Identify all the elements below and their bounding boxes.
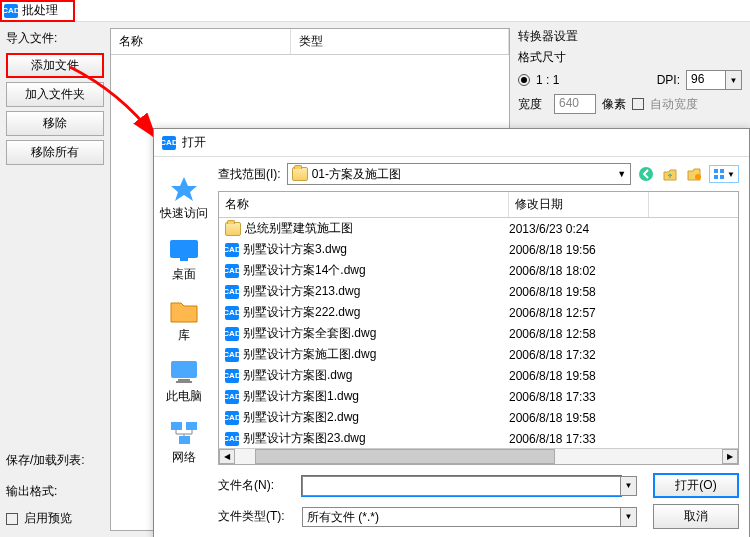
cad-icon: CAD	[225, 306, 239, 320]
file-row[interactable]: CAD别墅设计方案图23.dwg2006/8/18 17:33	[219, 428, 738, 448]
dpi-input[interactable]: 96	[686, 70, 726, 90]
dialog-icon: CAD	[162, 136, 176, 150]
filetype-label: 文件类型(T):	[218, 508, 294, 525]
file-name: 别墅设计方案图23.dwg	[243, 430, 366, 447]
file-date: 2006/8/18 17:32	[509, 348, 649, 362]
file-date: 2006/8/18 19:58	[509, 411, 649, 425]
add-folder-button[interactable]: 加入文件夹	[6, 82, 104, 107]
h-scrollbar[interactable]: ◀▶	[219, 448, 738, 464]
file-row[interactable]: CAD别墅设计方案3.dwg2006/8/18 19:56	[219, 239, 738, 260]
file-name: 别墅设计方案施工图.dwg	[243, 346, 376, 363]
ratio-radio[interactable]	[518, 74, 530, 86]
save-list-label: 保存/加载列表:	[6, 452, 104, 469]
place-quick[interactable]: 快速访问	[160, 175, 208, 222]
svg-rect-11	[720, 169, 724, 173]
cad-icon: CAD	[225, 390, 239, 404]
file-date: 2006/8/18 18:02	[509, 264, 649, 278]
svg-rect-6	[186, 422, 197, 430]
new-folder-icon[interactable]	[685, 165, 703, 183]
cad-icon: CAD	[225, 348, 239, 362]
file-date: 2006/8/18 19:58	[509, 285, 649, 299]
folder-icon	[225, 222, 241, 236]
folder-icon	[292, 167, 308, 181]
window-title: 批处理	[22, 2, 58, 19]
file-name: 别墅设计方案图.dwg	[243, 367, 352, 384]
look-in-label: 查找范围(I):	[218, 166, 281, 183]
col-type[interactable]: 类型	[291, 29, 509, 54]
file-open-dialog: CAD 打开 快速访问 桌面 库 此电脑 网络	[153, 128, 750, 537]
look-in-combo[interactable]: 01-方案及施工图 ▼	[287, 163, 631, 185]
cad-icon: CAD	[225, 411, 239, 425]
app-icon: CAD	[4, 4, 18, 18]
cad-icon: CAD	[225, 327, 239, 341]
svg-point-9	[695, 174, 701, 180]
file-row[interactable]: CAD别墅设计方案222.dwg2006/8/18 12:57	[219, 302, 738, 323]
back-icon[interactable]	[637, 165, 655, 183]
file-date: 2006/8/18 12:57	[509, 306, 649, 320]
filetype-drop[interactable]: ▼	[621, 507, 637, 527]
svg-rect-2	[171, 361, 197, 378]
file-name: 别墅设计方案图1.dwg	[243, 388, 359, 405]
file-date: 2006/8/18 19:56	[509, 243, 649, 257]
file-row[interactable]: CAD别墅设计方案全套图.dwg2006/8/18 12:58	[219, 323, 738, 344]
place-thispc[interactable]: 此电脑	[166, 358, 202, 405]
view-mode-button[interactable]: ▼	[709, 165, 739, 183]
enable-preview-checkbox[interactable]	[6, 513, 18, 525]
svg-rect-5	[171, 422, 182, 430]
add-file-button[interactable]: 添加文件	[6, 53, 104, 78]
filename-input[interactable]	[302, 476, 621, 496]
file-name: 别墅设计方案222.dwg	[243, 304, 360, 321]
window-titlebar: CAD 批处理	[0, 0, 750, 22]
place-libraries[interactable]: 库	[168, 297, 200, 344]
file-date: 2013/6/23 0:24	[509, 222, 649, 236]
ratio-label: 1 : 1	[536, 73, 559, 87]
file-col-name[interactable]: 名称	[219, 192, 509, 217]
file-row[interactable]: CAD别墅设计方案图.dwg2006/8/18 19:58	[219, 365, 738, 386]
file-row[interactable]: CAD别墅设计方案图2.dwg2006/8/18 19:58	[219, 407, 738, 428]
cancel-button[interactable]: 取消	[653, 504, 739, 529]
svg-rect-13	[720, 175, 724, 179]
dpi-dropdown[interactable]: ▼	[726, 70, 742, 90]
auto-width-label: 自动宽度	[650, 96, 698, 113]
svg-rect-7	[179, 436, 190, 444]
filename-drop[interactable]: ▼	[621, 476, 637, 496]
file-date: 2006/8/18 17:33	[509, 390, 649, 404]
file-row[interactable]: CAD别墅设计方案14个.dwg2006/8/18 18:02	[219, 260, 738, 281]
remove-button[interactable]: 移除	[6, 111, 104, 136]
svg-rect-1	[180, 258, 188, 261]
svg-rect-10	[714, 169, 718, 173]
file-col-date[interactable]: 修改日期	[509, 192, 649, 217]
svg-rect-4	[176, 381, 192, 383]
auto-width-checkbox[interactable]	[632, 98, 644, 110]
file-name: 别墅设计方案14个.dwg	[243, 262, 366, 279]
file-name: 别墅设计方案全套图.dwg	[243, 325, 376, 342]
file-row[interactable]: CAD别墅设计方案图1.dwg2006/8/18 17:33	[219, 386, 738, 407]
file-row[interactable]: CAD别墅设计方案213.dwg2006/8/18 19:58	[219, 281, 738, 302]
svg-rect-0	[170, 240, 198, 258]
place-network[interactable]: 网络	[168, 419, 200, 466]
filetype-select[interactable]: 所有文件 (*.*)	[302, 507, 621, 527]
places-bar: 快速访问 桌面 库 此电脑 网络	[154, 157, 214, 537]
file-name: 总统别墅建筑施工图	[245, 220, 353, 237]
col-name[interactable]: 名称	[111, 29, 291, 54]
format-size-label: 格式尺寸	[518, 49, 742, 66]
width-input[interactable]: 640	[554, 94, 596, 114]
file-name: 别墅设计方案213.dwg	[243, 283, 360, 300]
file-date: 2006/8/18 17:33	[509, 432, 649, 446]
left-panel: 导入文件: 添加文件 加入文件夹 移除 移除所有 保存/加载列表: 输出格式: …	[0, 22, 110, 537]
cad-icon: CAD	[225, 243, 239, 257]
cad-icon: CAD	[225, 432, 239, 446]
file-name: 别墅设计方案图2.dwg	[243, 409, 359, 426]
dialog-titlebar: CAD 打开	[154, 129, 749, 157]
remove-all-button[interactable]: 移除所有	[6, 140, 104, 165]
file-row[interactable]: 总统别墅建筑施工图2013/6/23 0:24	[219, 218, 738, 239]
file-row[interactable]: CAD别墅设计方案施工图.dwg2006/8/18 17:32	[219, 344, 738, 365]
up-icon[interactable]	[661, 165, 679, 183]
cad-icon: CAD	[225, 264, 239, 278]
open-button[interactable]: 打开(O)	[653, 473, 739, 498]
filename-label: 文件名(N):	[218, 477, 294, 494]
svg-rect-3	[178, 379, 190, 381]
place-desktop[interactable]: 桌面	[168, 236, 200, 283]
file-date: 2006/8/18 12:58	[509, 327, 649, 341]
cad-icon: CAD	[225, 369, 239, 383]
